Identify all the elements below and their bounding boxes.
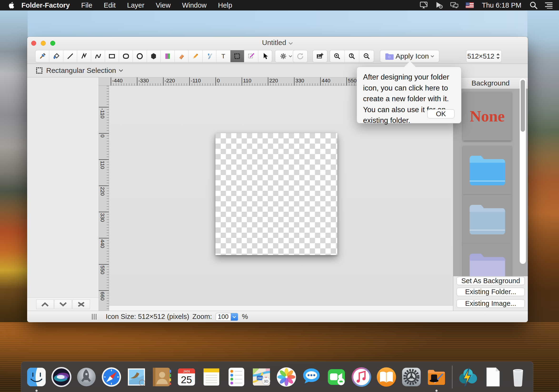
icon-size-stepper[interactable]: 512×512	[466, 50, 502, 62]
app-menu-title[interactable]: Folder-Factory	[20, 1, 75, 9]
apply-icon-popover: After designing your folder icon, you ca…	[357, 67, 461, 123]
dock-contacts-icon[interactable]	[150, 365, 173, 388]
dock-trash-icon[interactable]	[507, 365, 530, 388]
presenter-remote-icon[interactable]	[435, 2, 443, 9]
ok-button[interactable]: OK	[427, 109, 455, 118]
set-as-background-button[interactable]: Set As Background	[457, 277, 525, 285]
wallpaper-mountain-left	[0, 10, 28, 327]
eyedropper-icon	[38, 52, 46, 60]
dock-launchpad-icon[interactable]	[75, 365, 98, 388]
tool-gradient[interactable]	[161, 50, 175, 62]
menu-layer[interactable]: Layer	[121, 1, 150, 9]
rotate-button[interactable]	[293, 50, 307, 62]
us-flag-icon[interactable]	[466, 2, 474, 9]
menu-view[interactable]: View	[150, 1, 176, 9]
zoom-in-button[interactable]	[330, 50, 345, 62]
dock-facetime-icon[interactable]	[325, 365, 348, 388]
wand-selection-icon	[247, 52, 255, 60]
tool-polygon[interactable]	[147, 50, 161, 62]
layer-move-down-button[interactable]	[54, 299, 72, 309]
background-item-none[interactable]: None	[463, 92, 512, 140]
dock-finder-icon[interactable]	[25, 365, 48, 388]
svg-text:JAN: JAN	[183, 369, 189, 373]
dock-folder-factory-icon[interactable]	[425, 365, 448, 388]
tool-move-cursor[interactable]	[258, 50, 272, 62]
dock-ibooks-icon[interactable]	[375, 365, 398, 388]
notification-center-icon[interactable]	[545, 2, 553, 9]
dock-calendar-icon[interactable]: JAN25	[175, 365, 198, 388]
dock-safari-icon[interactable]	[100, 365, 123, 388]
tool-wand-selection[interactable]	[244, 50, 258, 62]
tool-polyline[interactable]	[77, 50, 91, 62]
v-ruler-label: 660	[99, 292, 105, 300]
menu-edit[interactable]: Edit	[98, 1, 121, 9]
chevron-down-icon[interactable]	[119, 69, 123, 72]
layer-move-up-button[interactable]	[36, 299, 54, 309]
dock-maps-icon[interactable]: 2803D	[250, 365, 273, 388]
image-add-icon	[316, 52, 324, 60]
rectangular-selection-icon	[36, 67, 43, 74]
transparent-canvas[interactable]	[215, 133, 337, 255]
dock-itunes-icon[interactable]	[350, 365, 373, 388]
tool-airbrush[interactable]	[203, 50, 216, 62]
chevron-down-icon	[430, 55, 434, 58]
tool-rectangular-selection[interactable]	[231, 50, 244, 62]
zoom-actual-size-button[interactable]	[345, 50, 360, 62]
tool-eraser[interactable]	[175, 50, 188, 62]
dock-textedit-icon[interactable]	[482, 365, 504, 388]
tool-fill-bucket[interactable]	[49, 50, 63, 62]
existing-folder-button[interactable]: Existing Folder...	[457, 288, 525, 296]
sidebar-scrollbar-thumb[interactable]	[521, 80, 525, 132]
background-item-folder-purple[interactable]	[463, 244, 512, 276]
menu-help[interactable]: Help	[212, 1, 238, 9]
layer-delete-button[interactable]	[72, 299, 90, 309]
rounded-rectangle-icon	[122, 52, 130, 60]
dock-messages-icon[interactable]	[300, 365, 323, 388]
dock-notes-icon[interactable]	[200, 365, 223, 388]
gradient-icon	[164, 52, 171, 60]
zoom-dropdown-button[interactable]	[231, 313, 238, 321]
dock-photos-icon[interactable]	[275, 365, 298, 388]
apple-menu-icon[interactable]	[8, 2, 14, 9]
rectangle-icon	[108, 52, 116, 60]
dock-dragthing-icon[interactable]	[457, 365, 479, 388]
menu-bar: Folder-Factory FileEditLayerViewWindowHe…	[0, 0, 559, 10]
move-down-icon	[59, 301, 67, 308]
dock-mail-icon[interactable]	[125, 365, 148, 388]
h-ruler-label: 330	[296, 78, 304, 84]
panel-resize-handle[interactable]	[92, 314, 96, 320]
menu-window[interactable]: Window	[177, 1, 212, 9]
existing-image-button[interactable]: Existing Image...	[457, 299, 525, 308]
displays-icon[interactable]	[450, 2, 458, 9]
tool-rounded-rectangle[interactable]	[119, 50, 133, 62]
zoom-out-button[interactable]	[359, 50, 374, 62]
dock-siri-icon[interactable]	[50, 365, 73, 388]
sidebar-title: Background	[453, 77, 528, 89]
import-image-button[interactable]	[313, 50, 327, 62]
menu-bar-clock[interactable]: Thu 6:18 PM	[481, 1, 522, 9]
tool-line[interactable]	[63, 50, 77, 62]
airplay-display-icon[interactable]	[420, 2, 428, 9]
tool-ellipse[interactable]	[133, 50, 147, 62]
tool-eyedropper[interactable]	[36, 50, 49, 62]
dock-reminders-icon[interactable]	[225, 365, 248, 388]
window-title[interactable]: Untitled	[262, 38, 286, 47]
tool-text[interactable]: T	[216, 50, 230, 62]
dock-system-preferences-icon[interactable]	[400, 365, 423, 388]
tool-pencil[interactable]	[188, 50, 202, 62]
tool-curve[interactable]	[91, 50, 105, 62]
menu-file[interactable]: File	[75, 1, 98, 9]
apply-icon-button[interactable]: Apply Icon	[380, 50, 439, 62]
zoom-combo-box[interactable]: 100	[216, 313, 238, 321]
menu-bar-status: Thu 6:18 PM	[420, 0, 559, 10]
spotlight-search-icon[interactable]	[530, 2, 538, 9]
tool-palette: T	[35, 50, 272, 62]
selection-mode-label[interactable]: Rectangular Selection	[46, 66, 116, 75]
background-item-folder-pale-blue[interactable]	[463, 195, 512, 244]
horizontal-scrollbar[interactable]	[109, 306, 453, 311]
background-item-folder-blue[interactable]	[463, 146, 512, 195]
title-chevron-down-icon[interactable]	[288, 41, 293, 45]
sidebar-scrollbar[interactable]	[520, 78, 526, 264]
tool-rectangle[interactable]	[105, 50, 119, 62]
v-ruler-label: 550	[99, 266, 105, 274]
